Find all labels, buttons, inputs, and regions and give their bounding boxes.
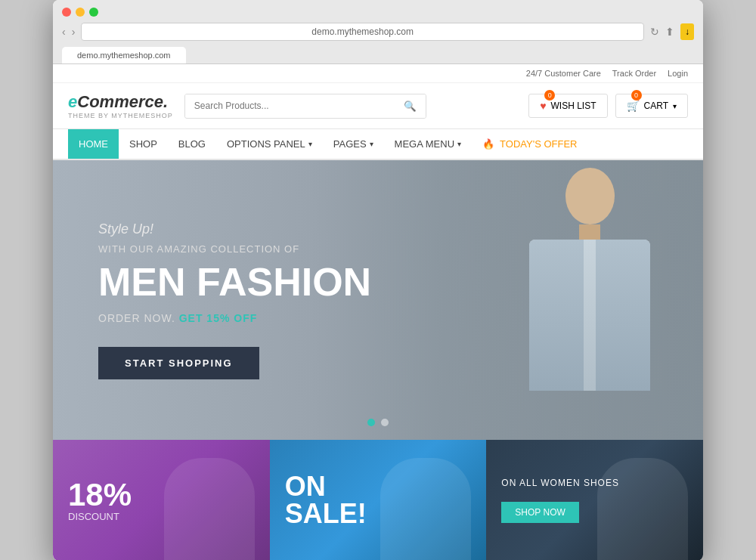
figure-head [565, 168, 615, 224]
promo1-percent: 18% [68, 479, 255, 511]
heart-icon: ♥ [540, 100, 546, 112]
promo1-label: DISCOUNT [68, 511, 255, 522]
logo-e: e [68, 92, 77, 111]
promo3-content: ON ALL WOMEN SHOES SHOP NOW [486, 440, 703, 560]
promo1-content: 18% DISCOUNT [53, 440, 270, 560]
promo2-on: ON [285, 473, 472, 500]
wishlist-badge: 0 [544, 90, 555, 101]
forward-button[interactable]: › [72, 26, 76, 38]
browser-chrome: ‹ › demo.mythemeshop.com ↻ ⬆ ↓ demo.myth… [53, 0, 703, 64]
nav-item-offer[interactable]: 🔥 TODAY'S OFFER [472, 129, 590, 159]
promo-card-3: ON ALL WOMEN SHOES SHOP NOW [486, 440, 703, 560]
nav-item-home[interactable]: HOME [68, 129, 119, 159]
hero-title: MEN FASHION [98, 262, 371, 302]
promo2-content: ON SALE! [270, 440, 487, 560]
maximize-dot[interactable] [89, 8, 98, 17]
customer-care-label: 24/7 Customer Care [526, 69, 601, 78]
browser-dots [62, 8, 694, 17]
search-input[interactable] [185, 94, 395, 117]
search-bar: 🔍 [184, 94, 426, 119]
hero-section: Style Up! WITH OUR AMAZING COLLECTION OF… [53, 160, 703, 440]
download-button[interactable]: ↓ [680, 23, 694, 40]
figure-jacket-right [596, 240, 650, 391]
header-main: eCommerce. THEME BY MYTHEMESHOP 🔍 0 ♥ WI… [53, 83, 703, 128]
hero-offer: ORDER NOW. GET 15% OFF [98, 312, 371, 324]
nav-item-shop[interactable]: SHOP [119, 129, 168, 159]
track-order-link[interactable]: Track Order [612, 69, 656, 78]
nav-item-blog[interactable]: BLOG [168, 129, 216, 159]
logo: eCommerce. THEME BY MYTHEMESHOP [68, 92, 173, 119]
site-nav: HOME SHOP BLOG OPTIONS PANEL ▾ PAGES ▾ M… [53, 129, 703, 160]
hero-subtitle: Style Up! [98, 221, 371, 237]
wishlist-label: WISH LIST [551, 101, 596, 111]
wishlist-button[interactable]: 0 ♥ WISH LIST [528, 94, 607, 118]
pages-dropdown-icon: ▾ [370, 140, 373, 148]
logo-sub: THEME BY MYTHEMESHOP [68, 112, 173, 119]
back-button[interactable]: ‹ [62, 26, 66, 38]
promo-card-1: 18% DISCOUNT [53, 440, 270, 560]
refresh-button[interactable]: ↻ [650, 26, 659, 38]
close-dot[interactable] [62, 8, 71, 17]
nav-item-options[interactable]: OPTIONS PANEL ▾ [216, 129, 323, 159]
promo-section: 18% DISCOUNT ON SALE! ON ALL WOMEN SHOES… [53, 440, 703, 560]
address-bar[interactable]: demo.mythemeshop.com [81, 23, 644, 41]
share-button[interactable]: ⬆ [665, 26, 674, 38]
hero-content: Style Up! WITH OUR AMAZING COLLECTION OF… [53, 221, 417, 379]
minimize-dot[interactable] [76, 8, 85, 17]
nav-item-mega-menu[interactable]: MEGA MENU ▾ [384, 129, 472, 159]
mega-dropdown-icon: ▾ [457, 140, 461, 148]
header-top: 24/7 Customer Care Track Order Login [53, 64, 703, 83]
logo-text: eCommerce. [68, 92, 173, 112]
figure-jacket-left [529, 240, 584, 391]
cart-dropdown-icon: ▾ [673, 102, 677, 110]
cart-icon: 🛒 [627, 100, 640, 112]
search-button[interactable]: 🔍 [395, 94, 426, 118]
browser-window: ‹ › demo.mythemeshop.com ↻ ⬆ ↓ demo.myth… [53, 0, 703, 560]
hero-offer-highlight: GET 15% OFF [179, 312, 258, 324]
options-dropdown-icon: ▾ [308, 140, 312, 148]
hero-figure [514, 168, 665, 440]
promo2-sale: SALE! [285, 500, 472, 528]
hero-cta-button[interactable]: START SHOPPING [98, 347, 259, 379]
header-actions: 0 ♥ WISH LIST 0 🛒 CART ▾ [528, 94, 688, 118]
offer-icon: 🔥 [482, 138, 494, 150]
figure-body [529, 240, 650, 391]
cart-label: CART [644, 101, 668, 111]
site-header: 24/7 Customer Care Track Order Login eCo… [53, 64, 703, 129]
promo-card-2: ON SALE! [270, 440, 487, 560]
login-link[interactable]: Login [668, 69, 688, 78]
figure-neck [579, 224, 600, 240]
promo3-shop-button[interactable]: SHOP NOW [501, 502, 578, 523]
search-icon: 🔍 [404, 101, 417, 112]
logo-commerce: Commerce. [77, 92, 168, 111]
browser-tab[interactable]: demo.mythemeshop.com [62, 47, 186, 63]
promo3-top-label: ON ALL WOMEN SHOES [501, 478, 688, 488]
browser-bar: ‹ › demo.mythemeshop.com ↻ ⬆ ↓ [62, 23, 694, 41]
cart-button[interactable]: 0 🛒 CART ▾ [615, 94, 688, 118]
hero-tagline: WITH OUR AMAZING COLLECTION OF [98, 243, 371, 255]
cart-badge: 0 [631, 90, 642, 101]
nav-item-pages[interactable]: PAGES ▾ [323, 129, 384, 159]
